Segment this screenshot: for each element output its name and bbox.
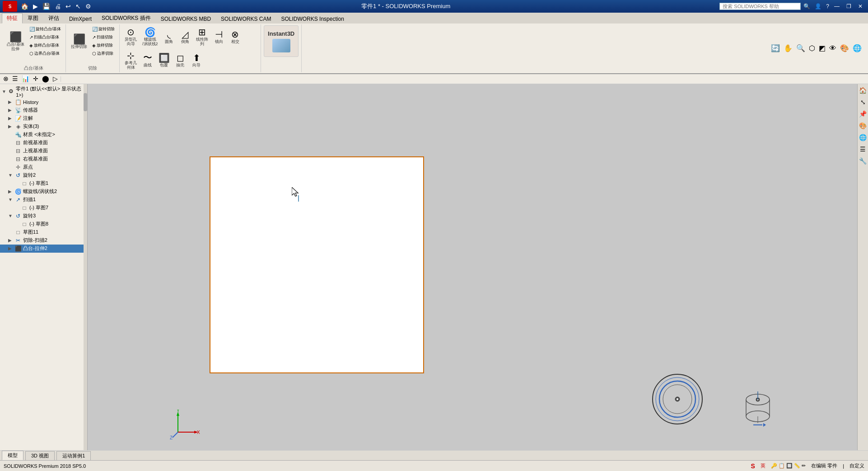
tab-evaluate[interactable]: 评估: [43, 13, 64, 24]
reference-geo-button[interactable]: ⊹ 参考几何体: [122, 49, 139, 71]
tab-sw-mbd[interactable]: SOLIDWORKS MBD: [156, 14, 216, 24]
boss-extrude2-expander[interactable]: ▶: [8, 246, 14, 251]
thread-button[interactable]: 🌀 螺旋线/涡状线2: [140, 25, 160, 48]
tab-3d-view[interactable]: 3D 视图: [25, 451, 55, 460]
print-icon[interactable]: 🖨: [54, 3, 62, 10]
restore-button[interactable]: ❐: [844, 2, 854, 10]
tab-dimxpert[interactable]: DimXpert: [64, 14, 97, 24]
tree-revolve3[interactable]: ▼ ↺ 旋转3: [0, 212, 87, 220]
rotate-icon[interactable]: 🔄: [770, 43, 781, 53]
scene-icon[interactable]: 🌐: [852, 43, 863, 53]
tree-helix2[interactable]: ▶ 🌀 螺旋线/涡状线2: [0, 188, 87, 196]
linear-pattern-button[interactable]: ⊞ 线性阵列: [194, 25, 210, 48]
history-expander[interactable]: ▶: [8, 99, 14, 104]
list-icon[interactable]: ☰: [11, 75, 19, 83]
select-icon[interactable]: ↖: [75, 3, 82, 10]
tree-part-root[interactable]: ▼ ⚙ 零件1 (默认<<默认> 显示状态 1>): [0, 85, 87, 98]
save-icon[interactable]: 💾: [42, 3, 51, 10]
display-style-icon[interactable]: ◩: [818, 43, 826, 53]
revolve2-expander[interactable]: ▼: [8, 173, 14, 178]
lofted-boss-button[interactable]: ◈ 放样凸台/基体: [28, 42, 63, 49]
close-button[interactable]: ✕: [855, 2, 865, 10]
new-icon[interactable]: 🏠: [20, 3, 29, 10]
rp-list-icon[interactable]: ☰: [859, 145, 868, 154]
chamfer-button[interactable]: ◿ 倒角: [177, 28, 193, 46]
tree-sketch8[interactable]: □ (-) 草图8: [0, 220, 87, 228]
tree-history[interactable]: ▶ 📋 History: [0, 98, 87, 106]
revolved-boss-button[interactable]: 🔄 旋转凸台/基体: [28, 25, 63, 33]
open-icon[interactable]: ▶: [32, 3, 39, 10]
notes-expander[interactable]: ▶: [8, 116, 14, 121]
tab-sw-inspection[interactable]: SOLIDWORKS Inspection: [276, 14, 349, 24]
instant3d-button[interactable]: Instant3D: [264, 25, 299, 57]
arrow-icon[interactable]: ▷: [51, 75, 59, 83]
view-orient-icon[interactable]: ⬡: [808, 43, 816, 53]
add-icon[interactable]: ✛: [32, 75, 40, 83]
swept-cut-button[interactable]: ↗ 扫描切除: [90, 33, 117, 41]
wrap-button[interactable]: 🔲 包覆: [156, 51, 172, 69]
undo-icon[interactable]: ↩: [65, 3, 72, 10]
hole-wizard-button[interactable]: ⊙ 异型孔向导: [122, 25, 139, 48]
tree-scrollbar-thumb[interactable]: [84, 93, 87, 111]
rp-palette-icon[interactable]: 🎨: [859, 121, 868, 130]
tree-sweep1[interactable]: ▼ ↗ 扫描1: [0, 196, 87, 204]
tab-model[interactable]: 模型: [2, 451, 23, 460]
curves-button[interactable]: 〜 曲线: [140, 51, 155, 69]
tree-revolve2[interactable]: ▼ ↺ 旋转2: [0, 171, 87, 179]
search-input[interactable]: [719, 3, 801, 10]
lofted-cut-button[interactable]: ◈ 放样切除: [90, 42, 117, 49]
extrude-cut-button[interactable]: ⬛ 拉伸切除: [69, 33, 89, 51]
appearance-icon[interactable]: 🎨: [839, 43, 850, 53]
cut-sweep2-expander[interactable]: ▶: [8, 238, 14, 243]
tab-features[interactable]: 特征: [2, 13, 23, 24]
shell-button[interactable]: ◻ 抽壳: [173, 51, 188, 69]
boundary-cut-button[interactable]: ⬡ 边界切除: [90, 50, 117, 57]
user-icon[interactable]: 👤: [813, 3, 823, 9]
boundary-boss-button[interactable]: ⬡ 边界凸台/基体: [28, 50, 63, 57]
tree-sketch7[interactable]: □ (-) 草图7: [0, 204, 87, 212]
boss-extrude-button[interactable]: ⬛ 凸台/基体拉伸: [5, 30, 27, 53]
helix2-expander[interactable]: ▶: [8, 189, 14, 194]
minimize-button[interactable]: —: [832, 2, 842, 10]
tree-cut-sweep2[interactable]: ▶ ✂ 切除-扫描2: [0, 236, 87, 245]
tree-origin[interactable]: ✛ 原点: [0, 163, 87, 171]
help-icon[interactable]: ?: [825, 3, 830, 9]
hide-show-icon[interactable]: 👁: [828, 43, 837, 53]
status-custom[interactable]: 自定义: [849, 462, 864, 469]
rp-globe-icon[interactable]: 🌐: [859, 133, 868, 142]
sweep1-expander[interactable]: ▼: [8, 197, 14, 202]
tree-boss-extrude2[interactable]: ▶ ⬛ 凸台-拉伸2: [0, 245, 87, 253]
zoom-icon[interactable]: 🔍: [795, 43, 806, 53]
filter-icon[interactable]: ⊗: [2, 75, 10, 83]
rp-resize-icon[interactable]: ⤡: [859, 98, 868, 107]
rp-tools-icon[interactable]: 🔧: [859, 156, 868, 165]
fillet-button[interactable]: ◟ 圆角: [161, 28, 177, 46]
rp-pin-icon[interactable]: 📌: [859, 109, 868, 118]
tree-sketch1[interactable]: □ (-) 草图1: [0, 179, 87, 188]
mirror-button[interactable]: ⊣ 镜向: [211, 28, 227, 46]
viewport[interactable]: X Y Z: [88, 84, 857, 450]
tab-motion1[interactable]: 运动算例1: [56, 451, 91, 460]
tree-notes[interactable]: ▶ 📝 注解: [0, 114, 87, 122]
swept-boss-button[interactable]: ↗ 扫描凸台/基体: [28, 33, 63, 41]
tree-expander[interactable]: ▼: [2, 89, 7, 94]
tree-front-plane[interactable]: ⊟ 前视基准面: [0, 139, 87, 147]
tree-sketch11[interactable]: □ 草图11: [0, 228, 87, 236]
tree-solids[interactable]: ▶ ◈ 实体(3): [0, 122, 87, 131]
intersect-button[interactable]: ⊗ 相交: [228, 28, 243, 46]
tree-material[interactable]: 🔩 材质 <未指定>: [0, 131, 87, 139]
tab-sw-cam[interactable]: SOLIDWORKS CAM: [216, 14, 276, 24]
pan-icon[interactable]: ✋: [783, 43, 793, 53]
search-icon[interactable]: 🔍: [803, 3, 811, 9]
tab-sketch[interactable]: 草图: [23, 13, 43, 24]
tab-sw-tools[interactable]: SOLIDWORKS 插件: [97, 13, 156, 24]
revolve3-expander[interactable]: ▼: [8, 213, 14, 218]
direction-button[interactable]: ⬆ 向导: [189, 51, 204, 69]
options-icon[interactable]: ⚙: [84, 3, 92, 10]
sensors-expander[interactable]: ▶: [8, 108, 14, 113]
rp-home-icon[interactable]: 🏠: [859, 86, 868, 95]
solids-expander[interactable]: ▶: [8, 124, 14, 129]
revolved-cut-button[interactable]: 🔄 旋转切除: [90, 25, 117, 33]
tree-sensors[interactable]: ▶ 📡 传感器: [0, 106, 87, 114]
report-icon[interactable]: 📊: [20, 75, 31, 83]
